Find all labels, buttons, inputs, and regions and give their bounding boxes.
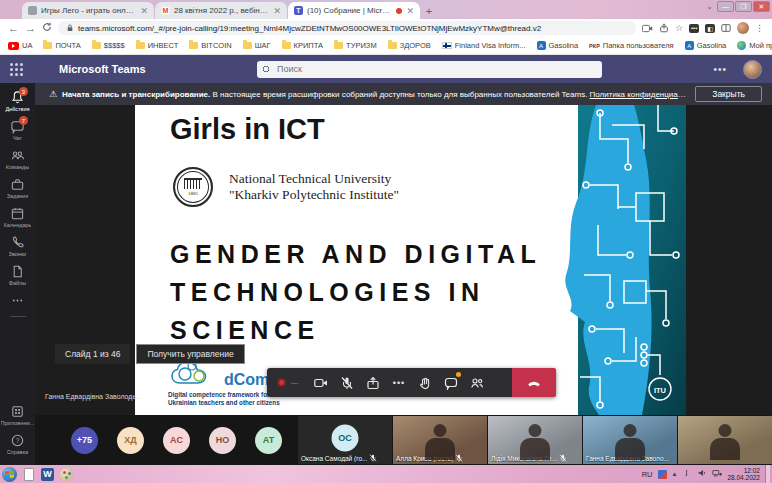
- bookmark-bitcoin[interactable]: BITCOIN: [189, 41, 231, 50]
- forward-icon[interactable]: →: [25, 23, 36, 34]
- participant-avatar[interactable]: НО: [209, 427, 236, 454]
- share-icon[interactable]: [659, 23, 669, 33]
- teams-profile-avatar[interactable]: [743, 60, 762, 79]
- participants-filmstrip: +75 ХД АС НО АТ ОС Оксана Самодай (го...…: [35, 415, 772, 465]
- show-desktop-button[interactable]: [765, 465, 770, 483]
- sidebar-item-calendar[interactable]: Календарь: [0, 203, 35, 232]
- tray-app-icon[interactable]: [682, 468, 692, 480]
- bookmark-turizm[interactable]: ТУРИЗМ: [334, 41, 377, 50]
- bookmark-kripta[interactable]: КРИПТА: [282, 41, 324, 50]
- folder-icon: [189, 42, 198, 49]
- back-icon[interactable]: ←: [8, 23, 19, 34]
- participant-avatar[interactable]: ХД: [117, 427, 144, 454]
- sidebar-item-apps[interactable]: Приложени...: [0, 401, 35, 430]
- participant-tile-self[interactable]: [678, 416, 772, 464]
- new-tab-button[interactable]: +: [421, 3, 437, 19]
- app-launcher-icon[interactable]: [10, 63, 23, 76]
- sidebar-item-chat[interactable]: 7 Чат: [0, 116, 35, 145]
- reload-icon[interactable]: [42, 22, 52, 34]
- tab-close-icon[interactable]: ✕: [406, 6, 414, 16]
- bookmark-ua[interactable]: UA: [8, 41, 32, 50]
- lock-icon: [66, 24, 74, 32]
- taskbar-clock[interactable]: 12:02 28.04.2022: [727, 467, 760, 482]
- participants-button[interactable]: [464, 368, 490, 397]
- close-button[interactable]: ✕: [753, 1, 770, 12]
- video-tiles: ОС Оксана Самодай (го... Алла Крива (гос…: [298, 416, 772, 464]
- sidebar-item-teams[interactable]: Команды: [0, 145, 35, 174]
- sidebar-item-calls[interactable]: Звонки: [0, 232, 35, 261]
- system-tray: RU ▲ 12:02 28.04.2022: [642, 465, 770, 483]
- chat-badge: 7: [19, 116, 28, 125]
- bookmark-star-icon[interactable]: ☆: [675, 23, 683, 33]
- raise-hand-button[interactable]: [412, 368, 438, 397]
- sidebar-item-more[interactable]: [0, 290, 35, 312]
- participant-avatar[interactable]: АС: [163, 427, 190, 454]
- participant-tile-oksana[interactable]: ОС Оксана Самодай (го...: [298, 416, 392, 464]
- bookmark-user-folder[interactable]: РКРПапка пользователя: [589, 41, 674, 50]
- bookmark-shag[interactable]: ШАГ: [243, 41, 271, 50]
- tab-close-icon[interactable]: ✕: [140, 6, 148, 16]
- bookmark-money[interactable]: $$$$$: [92, 41, 125, 50]
- bookmark-gasolina-2[interactable]: AGasolina: [685, 41, 727, 50]
- participant-tile-lidiia[interactable]: Лідія Миколаївна Гл...: [488, 416, 582, 464]
- slide-title: Girls in ICT: [170, 113, 325, 146]
- banner-text: Начата запись и транскрибирование. В нас…: [62, 90, 690, 99]
- tab-teams-active[interactable]: T (10) Собрание | Microsoft T ✕: [288, 2, 420, 19]
- minimize-button[interactable]: —: [717, 1, 734, 12]
- take-control-button[interactable]: Получить управление: [136, 344, 244, 364]
- more-actions-button[interactable]: •••: [386, 368, 412, 397]
- bookmark-zdorov[interactable]: ЗДОРОВ: [388, 41, 431, 50]
- finland-flag-icon: [442, 42, 452, 49]
- participant-tile-hanna[interactable]: Ганна Едвардівна Заволо...: [583, 416, 677, 464]
- extensions-icon[interactable]: •••: [689, 24, 699, 33]
- apps-grid-icon: [10, 404, 25, 419]
- sidebar-item-help[interactable]: ? Справка: [0, 430, 35, 459]
- bookmark-gasolina-1[interactable]: AGasolina: [537, 41, 579, 50]
- taskbar-word-button[interactable]: W: [41, 468, 54, 481]
- overflow-participants-avatar[interactable]: +75: [71, 427, 98, 454]
- folder-icon: [136, 42, 145, 49]
- chat-notification-badge: [456, 372, 461, 377]
- chevron-down-icon[interactable]: ⌄: [706, 2, 713, 11]
- chat-button[interactable]: [438, 368, 464, 397]
- taskbar-paint-button[interactable]: [59, 467, 73, 481]
- mic-button[interactable]: [334, 368, 360, 397]
- sidebar-item-files[interactable]: Файлы: [0, 261, 35, 290]
- browser-menu-icon[interactable]: ⋮: [755, 23, 764, 33]
- participant-tile-alla[interactable]: Алла Крива (гость): [393, 416, 487, 464]
- avatar-zone: +75 ХД АС НО АТ: [35, 427, 298, 454]
- university-logo: 1885: [173, 167, 213, 207]
- share-button[interactable]: [360, 368, 386, 397]
- bookmark-finland[interactable]: Finland Visa Inform...: [442, 41, 526, 50]
- browser-profile-avatar[interactable]: [737, 22, 749, 34]
- volume-icon[interactable]: [697, 468, 707, 480]
- tab-lego[interactable]: Игры Лего - играть онлайн бес ✕: [22, 2, 154, 19]
- building-icon: [184, 178, 202, 189]
- split-view-icon[interactable]: [721, 23, 731, 33]
- sidebar-item-assignments[interactable]: Задания: [0, 174, 35, 203]
- participant-avatar[interactable]: АТ: [255, 427, 282, 454]
- bookmark-invest[interactable]: ИНВЕСТ: [136, 41, 179, 50]
- bookmarks-bar: UA ПОЧТА $$$$$ ИНВЕСТ BITCOIN ШАГ КРИПТА…: [0, 37, 772, 55]
- search-input[interactable]: [257, 61, 602, 78]
- url-field[interactable]: teams.microsoft.com/_#/pre-join-calling/…: [58, 21, 636, 35]
- privacy-policy-link[interactable]: Политика конфиденциальности: [590, 90, 691, 99]
- hang-up-button[interactable]: [512, 368, 556, 397]
- pinned-extension-icon[interactable]: ◧: [705, 24, 715, 33]
- header-more-icon[interactable]: •••: [713, 64, 727, 75]
- tab-gmail[interactable]: M 28 квітня 2022 р., вебінар «Ген ✕: [155, 2, 287, 19]
- keyboard-layout-icon[interactable]: [658, 470, 667, 479]
- bookmark-pochta[interactable]: ПОЧТА: [43, 41, 80, 50]
- camera-button[interactable]: [308, 368, 334, 397]
- tab-close-icon[interactable]: ✕: [273, 6, 281, 16]
- network-icon[interactable]: [712, 468, 722, 480]
- start-button[interactable]: [2, 467, 17, 482]
- language-indicator[interactable]: RU: [642, 470, 653, 479]
- bookmark-my-profile[interactable]: Мой профиль • OL...: [737, 41, 772, 50]
- tab-capture-icon[interactable]: [642, 24, 653, 33]
- taskbar-explorer-button[interactable]: [22, 467, 36, 481]
- hidden-icons-arrow[interactable]: ▲: [672, 471, 678, 477]
- sidebar-item-activity[interactable]: 3 Действия: [0, 87, 35, 116]
- maximize-button[interactable]: ❐: [735, 1, 752, 12]
- banner-close-button[interactable]: Закрыть: [695, 86, 762, 102]
